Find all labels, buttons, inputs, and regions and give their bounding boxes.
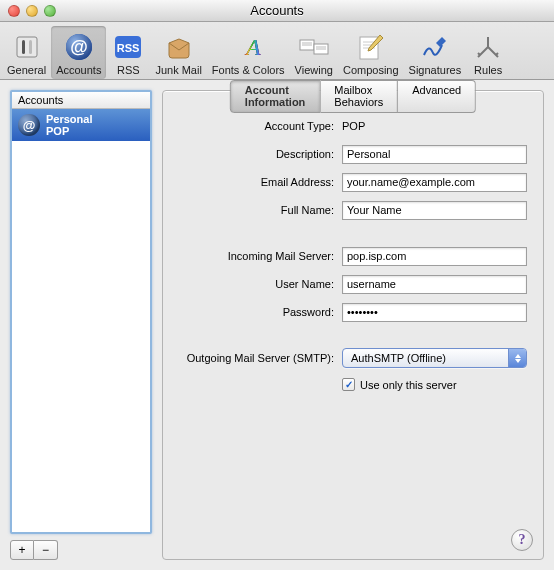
toolbar-fonts-colors[interactable]: AA Fonts & Colors bbox=[207, 26, 290, 79]
toolbar-signatures[interactable]: Signatures bbox=[404, 26, 467, 79]
username-input[interactable] bbox=[342, 275, 527, 294]
password-input[interactable] bbox=[342, 303, 527, 322]
toolbar-label: Accounts bbox=[56, 64, 101, 76]
rules-icon bbox=[471, 32, 505, 62]
toolbar-viewing[interactable]: Viewing bbox=[290, 26, 338, 79]
label-password: Password: bbox=[179, 306, 334, 318]
label-smtp: Outgoing Mail Server (SMTP): bbox=[179, 352, 334, 364]
toolbar-label: Viewing bbox=[295, 64, 333, 76]
toolbar-label: Signatures bbox=[409, 64, 462, 76]
use-only-label: Use only this server bbox=[360, 379, 457, 391]
toolbar-junkmail[interactable]: Junk Mail bbox=[150, 26, 206, 79]
svg-rect-2 bbox=[29, 40, 32, 54]
toolbar-general[interactable]: General bbox=[2, 26, 51, 79]
account-name: Personal bbox=[46, 113, 92, 125]
settings-tabs: Account Information Mailbox Behaviors Ad… bbox=[230, 80, 476, 113]
svg-text:A: A bbox=[244, 34, 261, 60]
toolbar-label: Fonts & Colors bbox=[212, 64, 285, 76]
value-account-type: POP bbox=[342, 120, 365, 132]
smtp-server-value: AuthSMTP (Offline) bbox=[351, 352, 446, 364]
viewing-icon bbox=[297, 32, 331, 62]
add-account-button[interactable]: + bbox=[10, 540, 34, 560]
smtp-server-select[interactable]: AuthSMTP (Offline) bbox=[342, 348, 527, 368]
at-icon: @ bbox=[18, 114, 40, 136]
toolbar-rss[interactable]: RSS RSS bbox=[106, 26, 150, 79]
label-username: User Name: bbox=[179, 278, 334, 290]
svg-rect-0 bbox=[17, 37, 37, 57]
toolbar-accounts[interactable]: @ Accounts bbox=[51, 26, 106, 79]
remove-account-button[interactable]: − bbox=[34, 540, 58, 560]
account-row[interactable]: @ Personal POP bbox=[12, 109, 150, 141]
chevron-updown-icon bbox=[508, 349, 526, 367]
at-icon: @ bbox=[62, 32, 96, 62]
close-window-button[interactable] bbox=[8, 5, 20, 17]
accounts-list[interactable]: Accounts @ Personal POP bbox=[10, 90, 152, 534]
accounts-list-header: Accounts bbox=[12, 92, 150, 109]
fonts-icon: AA bbox=[231, 32, 265, 62]
toolbar-label: Rules bbox=[474, 64, 502, 76]
incoming-server-input[interactable] bbox=[342, 247, 527, 266]
tab-advanced[interactable]: Advanced bbox=[398, 80, 476, 113]
zoom-window-button[interactable] bbox=[44, 5, 56, 17]
toolbar-label: RSS bbox=[117, 64, 140, 76]
switch-icon bbox=[10, 32, 44, 62]
minimize-window-button[interactable] bbox=[26, 5, 38, 17]
fullname-input[interactable] bbox=[342, 201, 527, 220]
tab-mailbox-behaviors[interactable]: Mailbox Behaviors bbox=[320, 80, 398, 113]
toolbar-composing[interactable]: Composing bbox=[338, 26, 404, 79]
junk-icon bbox=[162, 32, 196, 62]
rss-icon: RSS bbox=[111, 32, 145, 62]
toolbar-rules[interactable]: Rules bbox=[466, 26, 510, 79]
help-button[interactable]: ? bbox=[511, 529, 533, 551]
tab-account-information[interactable]: Account Information bbox=[230, 80, 321, 113]
label-description: Description: bbox=[179, 148, 334, 160]
toolbar-label: General bbox=[7, 64, 46, 76]
label-incoming: Incoming Mail Server: bbox=[179, 250, 334, 262]
email-input[interactable] bbox=[342, 173, 527, 192]
window-title: Accounts bbox=[0, 3, 554, 18]
description-input[interactable] bbox=[342, 145, 527, 164]
label-email: Email Address: bbox=[179, 176, 334, 188]
label-fullname: Full Name: bbox=[179, 204, 334, 216]
svg-text:RSS: RSS bbox=[117, 42, 140, 54]
account-settings-pane: Account Information Mailbox Behaviors Ad… bbox=[162, 90, 544, 560]
account-type: POP bbox=[46, 125, 92, 137]
svg-text:@: @ bbox=[70, 37, 88, 57]
svg-rect-1 bbox=[22, 40, 25, 54]
preferences-toolbar: General @ Accounts RSS RSS Junk Mail AA … bbox=[0, 22, 554, 80]
label-account-type: Account Type: bbox=[179, 120, 334, 132]
toolbar-label: Composing bbox=[343, 64, 399, 76]
compose-icon bbox=[354, 32, 388, 62]
toolbar-label: Junk Mail bbox=[155, 64, 201, 76]
signature-icon bbox=[418, 32, 452, 62]
titlebar: Accounts bbox=[0, 0, 554, 22]
use-only-checkbox[interactable]: ✓ bbox=[342, 378, 355, 391]
